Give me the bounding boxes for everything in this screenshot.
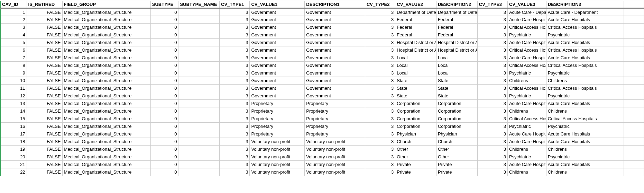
cell-subtype_name[interactable]	[178, 138, 220, 146]
cell-cv_value3[interactable]: Psychiatric	[507, 153, 546, 161]
cell-blank[interactable]	[624, 16, 644, 24]
cell-description1[interactable]: Proprietary	[305, 115, 365, 123]
cell-cv_value1[interactable]: Proprietary	[250, 107, 305, 115]
cell-field_group[interactable]: Medical_Organizational_Structure	[62, 39, 150, 46]
cell-is_retired[interactable]: FALSE	[27, 77, 62, 85]
cell-cv_value1[interactable]: Proprietary	[250, 130, 305, 138]
cell-cav_id[interactable]: 7	[0, 54, 27, 62]
cell-cv_value3[interactable]: Acute Care Hospitals	[507, 16, 546, 24]
col-header-subtype[interactable]: SUBTYPE	[150, 1, 178, 8]
cell-description3[interactable]: Critical Access Hospitals	[546, 46, 624, 54]
cell-description2[interactable]: Department of Defense	[436, 8, 477, 16]
cell-cv_value2[interactable]: Federal	[395, 24, 436, 31]
cell-cv_type1[interactable]: 3	[220, 46, 250, 54]
cell-cv_type2[interactable]: 3	[365, 54, 395, 62]
table-row[interactable]: 2FALSEMedical_Organizational_Structure03…	[0, 16, 644, 24]
cell-cv_type2[interactable]: 3	[365, 138, 395, 146]
cell-is_retired[interactable]: FALSE	[27, 39, 62, 46]
col-header-cv_type2[interactable]: CV_TYPE2	[365, 1, 395, 8]
cell-cv_value2[interactable]: Local	[395, 54, 436, 62]
cell-cv_value1[interactable]: Government	[250, 92, 305, 100]
table-row[interactable]: 17FALSEMedical_Organizational_Structure0…	[0, 130, 644, 138]
cell-cav_id[interactable]: 4	[0, 31, 27, 39]
cell-blank[interactable]	[624, 31, 644, 39]
cell-subtype_name[interactable]	[178, 54, 220, 62]
cell-description3[interactable]: Acute Care Hospitals	[546, 130, 624, 138]
cell-description2[interactable]: State	[436, 77, 477, 85]
cell-is_retired[interactable]: FALSE	[27, 168, 62, 176]
table-row[interactable]: 19FALSEMedical_Organizational_Structure0…	[0, 146, 644, 153]
cell-is_retired[interactable]: FALSE	[27, 62, 62, 69]
cell-cv_type3[interactable]: 3	[477, 62, 507, 69]
cell-description3[interactable]: Psychiatric	[546, 31, 624, 39]
cell-cv_value2[interactable]: Department of Defense	[395, 8, 436, 16]
cell-description1[interactable]: Voluntary non-profit	[305, 161, 365, 168]
cell-cv_type2[interactable]: 3	[365, 168, 395, 176]
table-row[interactable]: 7FALSEMedical_Organizational_Structure03…	[0, 54, 644, 62]
cell-blank[interactable]	[624, 62, 644, 69]
table-row[interactable]: 3FALSEMedical_Organizational_Structure03…	[0, 24, 644, 31]
cell-description1[interactable]: Voluntary non-profit	[305, 153, 365, 161]
table-row[interactable]: 15FALSEMedical_Organizational_Structure0…	[0, 115, 644, 123]
cell-cv_type1[interactable]: 3	[220, 100, 250, 107]
cell-cav_id[interactable]: 17	[0, 130, 27, 138]
cell-blank[interactable]	[624, 24, 644, 31]
cell-subtype[interactable]: 0	[150, 39, 178, 46]
table-row[interactable]: 10FALSEMedical_Organizational_Structure0…	[0, 77, 644, 85]
cell-cav_id[interactable]: 21	[0, 161, 27, 168]
cell-cav_id[interactable]: 12	[0, 92, 27, 100]
cell-subtype_name[interactable]	[178, 115, 220, 123]
cell-field_group[interactable]: Medical_Organizational_Structure	[62, 24, 150, 31]
table-row[interactable]: 22FALSEMedical_Organizational_Structure0…	[0, 168, 644, 176]
cell-cv_type1[interactable]: 3	[220, 138, 250, 146]
cell-description2[interactable]: Corporation	[436, 115, 477, 123]
cell-cv_type1[interactable]: 3	[220, 31, 250, 39]
cell-cv_type2[interactable]: 3	[365, 16, 395, 24]
cell-cv_value1[interactable]: Government	[250, 62, 305, 69]
cell-cav_id[interactable]: 1	[0, 8, 27, 16]
cell-cv_type3[interactable]: 3	[477, 153, 507, 161]
col-header-is_retired[interactable]: IS_RETIRED	[27, 1, 62, 8]
cell-cv_value2[interactable]: Hospital District or Authority	[395, 46, 436, 54]
cell-blank[interactable]	[624, 161, 644, 168]
cell-cv_value2[interactable]: Church	[395, 138, 436, 146]
cell-cv_type2[interactable]: 3	[365, 123, 395, 130]
cell-cv_type3[interactable]: 3	[477, 92, 507, 100]
cell-blank[interactable]	[624, 123, 644, 130]
cell-description1[interactable]: Government	[305, 85, 365, 92]
cell-subtype_name[interactable]	[178, 62, 220, 69]
cell-description2[interactable]: Other	[436, 153, 477, 161]
cell-cv_type1[interactable]: 3	[220, 153, 250, 161]
cell-cv_type1[interactable]: 3	[220, 8, 250, 16]
cell-subtype[interactable]: 0	[150, 130, 178, 138]
cell-description3[interactable]: Childrens	[546, 146, 624, 153]
cell-cv_value1[interactable]: Voluntary non-profit	[250, 168, 305, 176]
cell-subtype[interactable]: 0	[150, 46, 178, 54]
table-row[interactable]: 21FALSEMedical_Organizational_Structure0…	[0, 161, 644, 168]
cell-description2[interactable]: Corporation	[436, 107, 477, 115]
cell-cv_value3[interactable]: Childrens	[507, 146, 546, 153]
cell-subtype_name[interactable]	[178, 69, 220, 77]
cell-cv_value1[interactable]: Government	[250, 85, 305, 92]
cell-is_retired[interactable]: FALSE	[27, 8, 62, 16]
cell-cav_id[interactable]: 10	[0, 77, 27, 85]
cell-field_group[interactable]: Medical_Organizational_Structure	[62, 138, 150, 146]
cell-cv_type2[interactable]: 3	[365, 46, 395, 54]
cell-description1[interactable]: Proprietary	[305, 123, 365, 130]
col-header-field_group[interactable]: FIELD_GROUP	[62, 1, 150, 8]
cell-cv_type3[interactable]: 3	[477, 123, 507, 130]
cell-subtype_name[interactable]	[178, 92, 220, 100]
cell-cav_id[interactable]: 3	[0, 24, 27, 31]
cell-cv_type1[interactable]: 3	[220, 123, 250, 130]
cell-description1[interactable]: Proprietary	[305, 130, 365, 138]
cell-description3[interactable]: Critical Access Hospitals	[546, 62, 624, 69]
cell-cv_type2[interactable]: 3	[365, 92, 395, 100]
cell-field_group[interactable]: Medical_Organizational_Structure	[62, 161, 150, 168]
cell-cv_value1[interactable]: Proprietary	[250, 123, 305, 130]
cell-is_retired[interactable]: FALSE	[27, 161, 62, 168]
cell-cv_value1[interactable]: Government	[250, 39, 305, 46]
cell-subtype[interactable]: 0	[150, 92, 178, 100]
cell-cv_value1[interactable]: Government	[250, 31, 305, 39]
cell-subtype[interactable]: 0	[150, 24, 178, 31]
cell-cv_value1[interactable]: Government	[250, 69, 305, 77]
